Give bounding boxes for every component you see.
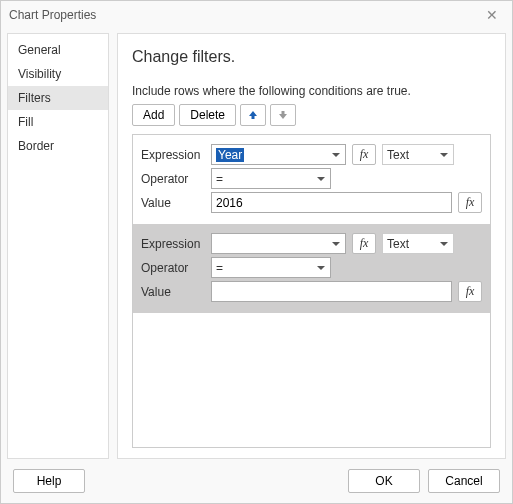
- type-value: Text: [387, 148, 409, 162]
- filters-list: Expression Year fx Text Operator =: [132, 134, 491, 448]
- sidebar-item-border[interactable]: Border: [8, 134, 108, 158]
- value-label: Value: [141, 285, 205, 299]
- expression-label: Expression: [141, 148, 205, 162]
- expression-value: Year: [216, 148, 244, 162]
- move-down-button[interactable]: [270, 104, 296, 126]
- operator-value: =: [216, 172, 223, 186]
- expression-select[interactable]: [211, 233, 346, 254]
- page-heading: Change filters.: [132, 48, 491, 66]
- value-fx-button[interactable]: fx: [458, 281, 482, 302]
- sidebar-item-filters[interactable]: Filters: [8, 86, 108, 110]
- chart-properties-dialog: Chart Properties ✕ General Visibility Fi…: [0, 0, 513, 504]
- value-fx-button[interactable]: fx: [458, 192, 482, 213]
- operator-value: =: [216, 261, 223, 275]
- sidebar-item-fill[interactable]: Fill: [8, 110, 108, 134]
- content-panel: Change filters. Include rows where the f…: [117, 33, 506, 459]
- dialog-body: General Visibility Filters Fill Border C…: [1, 29, 512, 459]
- dialog-title: Chart Properties: [9, 8, 96, 22]
- operator-select[interactable]: =: [211, 257, 331, 278]
- operator-label: Operator: [141, 261, 205, 275]
- expression-label: Expression: [141, 237, 205, 251]
- expression-fx-button[interactable]: fx: [352, 233, 376, 254]
- expression-select[interactable]: Year: [211, 144, 346, 165]
- value-label: Value: [141, 196, 205, 210]
- instruction-text: Include rows where the following conditi…: [132, 84, 491, 98]
- type-select[interactable]: Text: [382, 233, 454, 254]
- filter-row[interactable]: Expression Year fx Text Operator =: [133, 135, 490, 224]
- type-select[interactable]: Text: [382, 144, 454, 165]
- footer-right-group: OK Cancel: [348, 469, 500, 493]
- ok-button[interactable]: OK: [348, 469, 420, 493]
- add-button[interactable]: Add: [132, 104, 175, 126]
- close-icon[interactable]: ✕: [480, 5, 504, 25]
- expression-fx-button[interactable]: fx: [352, 144, 376, 165]
- dialog-footer: Help OK Cancel: [1, 459, 512, 503]
- sidebar-item-general[interactable]: General: [8, 38, 108, 62]
- arrow-down-icon: [277, 109, 289, 121]
- type-value: Text: [387, 237, 409, 251]
- arrow-up-icon: [247, 109, 259, 121]
- value-input[interactable]: [211, 192, 452, 213]
- value-input[interactable]: [211, 281, 452, 302]
- help-button[interactable]: Help: [13, 469, 85, 493]
- sidebar-item-visibility[interactable]: Visibility: [8, 62, 108, 86]
- filter-row[interactable]: Expression fx Text Operator =: [133, 224, 490, 313]
- titlebar: Chart Properties ✕: [1, 1, 512, 29]
- sidebar: General Visibility Filters Fill Border: [7, 33, 109, 459]
- filter-toolbar: Add Delete: [132, 104, 491, 126]
- cancel-button[interactable]: Cancel: [428, 469, 500, 493]
- operator-label: Operator: [141, 172, 205, 186]
- move-up-button[interactable]: [240, 104, 266, 126]
- operator-select[interactable]: =: [211, 168, 331, 189]
- delete-button[interactable]: Delete: [179, 104, 236, 126]
